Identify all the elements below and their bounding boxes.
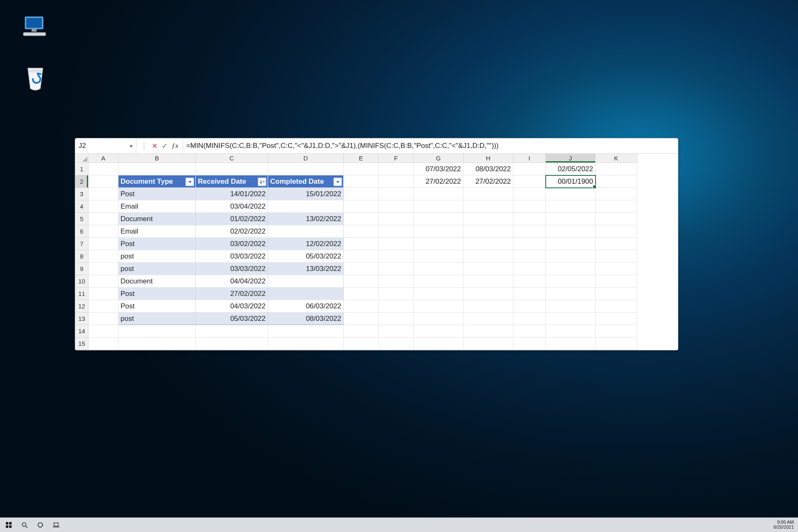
cell[interactable]: [463, 225, 513, 238]
cell[interactable]: [596, 163, 637, 175]
table-cell[interactable]: Post: [118, 288, 196, 300]
cell[interactable]: [513, 225, 546, 238]
cell[interactable]: [513, 337, 546, 350]
cell[interactable]: [344, 263, 379, 275]
cell[interactable]: [344, 325, 379, 337]
row-header[interactable]: 6: [75, 225, 89, 238]
table-cell[interactable]: Post: [118, 188, 196, 200]
cell[interactable]: [344, 188, 379, 200]
cell[interactable]: [546, 250, 596, 263]
cancel-icon[interactable]: ✕: [152, 142, 158, 150]
task-view-icon[interactable]: [52, 521, 60, 529]
cell[interactable]: [546, 313, 596, 325]
cell[interactable]: [379, 325, 414, 337]
cell[interactable]: [513, 188, 546, 200]
table-cell[interactable]: 14/01/2022: [196, 188, 268, 200]
row-header[interactable]: 4: [75, 200, 89, 213]
table-cell[interactable]: 03/02/2022: [196, 238, 268, 250]
cell[interactable]: [414, 325, 463, 337]
column-header[interactable]: K: [596, 154, 637, 163]
cell[interactable]: [379, 163, 414, 175]
cell[interactable]: [118, 325, 196, 337]
table-cell[interactable]: 03/03/2022: [196, 263, 268, 275]
cell[interactable]: [546, 225, 596, 238]
cell[interactable]: [463, 275, 513, 288]
cell[interactable]: [344, 288, 379, 300]
table-cell[interactable]: Document: [118, 213, 196, 225]
table-cell[interactable]: 15/01/2022: [268, 188, 344, 200]
table-cell[interactable]: post: [118, 263, 196, 275]
cell[interactable]: [89, 238, 118, 250]
cell[interactable]: [89, 200, 118, 213]
cell[interactable]: [196, 163, 268, 175]
cell[interactable]: [414, 337, 463, 350]
cell[interactable]: [513, 200, 546, 213]
table-cell[interactable]: 27/02/2022: [196, 288, 268, 300]
column-header[interactable]: E: [344, 154, 379, 163]
cell[interactable]: [344, 238, 379, 250]
filter-dropdown-icon[interactable]: [185, 177, 194, 186]
cell[interactable]: [344, 337, 379, 350]
cell[interactable]: [344, 163, 379, 175]
cell[interactable]: [546, 238, 596, 250]
cell[interactable]: [89, 337, 118, 350]
cell[interactable]: [596, 325, 637, 337]
cell[interactable]: [379, 275, 414, 288]
table-cell[interactable]: 03/03/2022: [196, 250, 268, 263]
cell[interactable]: [596, 288, 637, 300]
cell[interactable]: [379, 213, 414, 225]
filter-sorted-icon[interactable]: [258, 177, 266, 186]
cell[interactable]: [344, 275, 379, 288]
table-cell[interactable]: 01/02/2022: [196, 213, 268, 225]
table-cell[interactable]: Email: [118, 200, 196, 213]
cell[interactable]: [414, 313, 463, 325]
cell[interactable]: [463, 188, 513, 200]
cell[interactable]: [513, 263, 546, 275]
row-header[interactable]: 7: [75, 238, 89, 250]
cell[interactable]: [463, 250, 513, 263]
cell[interactable]: [89, 275, 118, 288]
table-cell[interactable]: [268, 275, 344, 288]
fx-icon[interactable]: ƒx: [172, 142, 178, 150]
cell[interactable]: [344, 200, 379, 213]
cell[interactable]: [546, 188, 596, 200]
cell[interactable]: [513, 175, 546, 188]
cell[interactable]: [414, 188, 463, 200]
cell[interactable]: [414, 250, 463, 263]
cell[interactable]: 27/02/2022: [463, 175, 513, 188]
cell[interactable]: [546, 288, 596, 300]
cell[interactable]: [118, 337, 196, 350]
table-cell[interactable]: 04/04/2022: [196, 275, 268, 288]
cell[interactable]: [513, 163, 546, 175]
cell[interactable]: [89, 325, 118, 337]
cell[interactable]: [596, 300, 637, 313]
cell[interactable]: [596, 238, 637, 250]
table-cell[interactable]: 06/03/2022: [268, 300, 344, 313]
column-header[interactable]: G: [414, 154, 463, 163]
cell[interactable]: [463, 313, 513, 325]
row-header[interactable]: 8: [75, 250, 89, 263]
cell[interactable]: [414, 288, 463, 300]
table-cell[interactable]: [268, 200, 344, 213]
cell[interactable]: [344, 213, 379, 225]
cell[interactable]: [463, 238, 513, 250]
table-cell[interactable]: 12/02/2022: [268, 238, 344, 250]
cell[interactable]: [596, 200, 637, 213]
column-header[interactable]: H: [463, 154, 513, 163]
cell[interactable]: [463, 213, 513, 225]
table-cell[interactable]: 13/03/2022: [268, 263, 344, 275]
cell[interactable]: [513, 325, 546, 337]
table-cell[interactable]: [268, 225, 344, 238]
cell[interactable]: [379, 238, 414, 250]
cell[interactable]: [463, 337, 513, 350]
taskbar-clock[interactable]: 9:00 AM 8/20/2021: [773, 520, 798, 530]
table-cell[interactable]: Post: [118, 300, 196, 313]
column-header[interactable]: I: [513, 154, 546, 163]
cell[interactable]: [379, 288, 414, 300]
row-header[interactable]: 12: [75, 300, 89, 313]
column-header[interactable]: C: [196, 154, 268, 163]
cell[interactable]: [546, 275, 596, 288]
table-header[interactable]: Received Date: [196, 175, 268, 188]
enter-icon[interactable]: ✓: [162, 142, 167, 150]
column-header[interactable]: A: [89, 154, 118, 163]
